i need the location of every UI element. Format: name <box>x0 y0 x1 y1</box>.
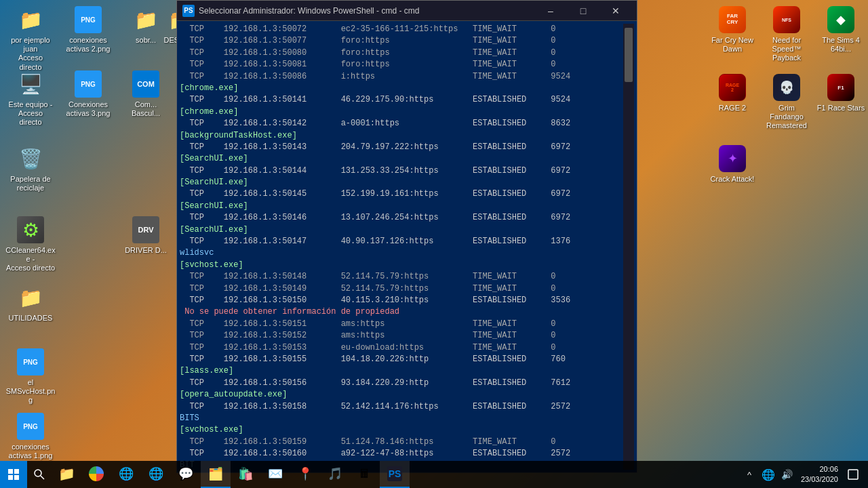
ps-output-line: [svchost.exe] <box>180 424 623 436</box>
icon-label: Papelera dereciclaje <box>10 175 50 192</box>
ps-output-line: TCP 192.168.1.3:50145 152.199.19.161:htt… <box>180 188 623 200</box>
icon-label: Com...Bascul... <box>132 100 160 118</box>
ps-output-line: TCP 192.168.1.3:50156 93.184.220.29:http… <box>180 378 623 389</box>
ps-text-area[interactable]: TCP 192.168.1.3:50072 ec2-35-166-111-215… <box>180 24 623 470</box>
desktop-icon[interactable]: PNG Conexionesactivas 3.png <box>61 68 115 121</box>
minimize-button[interactable]: – <box>535 1 566 21</box>
folder-icon: 📁 <box>17 284 44 311</box>
ps-title: Seleccionar Administrador: Windows Power… <box>199 6 535 16</box>
ps-scrollbar-thumb[interactable] <box>625 28 633 82</box>
taskbar-chrome[interactable] <box>81 461 111 488</box>
svg-rect-2 <box>8 475 13 480</box>
desktop-icon[interactable]: DRV DRIVER D... <box>119 214 173 258</box>
desktop-icon[interactable]: 📁 por ejemplo juanAcceso directo <box>3 3 58 75</box>
ps-output-line: [SearchUI.exe] <box>180 224 623 236</box>
ps-icon: PS <box>182 5 195 17</box>
desktop-icon[interactable]: ◆ The Sims 4 64bi... <box>814 3 868 56</box>
icon-label: F1 Race Stars <box>817 104 865 113</box>
close-button[interactable]: ✕ <box>600 1 631 21</box>
icon-label: The Sims 4 64bi... <box>816 36 865 54</box>
network-icon[interactable]: 🌐 <box>760 461 776 488</box>
ps-output-line: TCP 192.168.1.3:50142 a-0001:https ESTAB… <box>180 118 623 129</box>
desktop-icon[interactable]: PNG elSMSvcHost.png <box>3 346 58 408</box>
ps-output-line: TCP 192.168.1.3:50080 foro:https TIME_WA… <box>180 47 623 59</box>
png-icon: PNG <box>17 413 44 440</box>
desktop-icon[interactable]: FARCRY Far Cry NewDawn <box>705 3 760 56</box>
rage2-icon: RAGE2 <box>719 74 746 101</box>
ps-scrollbar[interactable] <box>623 24 634 470</box>
icon-label: Crack Attack! <box>711 175 755 184</box>
desktop-icon[interactable]: ✦ Crack Attack! <box>705 142 760 186</box>
file-icon: COM <box>132 70 159 98</box>
taskbar-calc[interactable]: 🖩 <box>350 461 380 488</box>
ps-output-line: TCP 192.168.1.3:50153 eu-download:https … <box>180 342 623 354</box>
desktop-icon[interactable]: 🗑️ Papelera dereciclaje <box>3 142 58 195</box>
grim-icon: 💀 <box>773 74 800 101</box>
ps-output-line: TCP 192.168.1.3:50149 52.114.75.79:https… <box>180 283 623 295</box>
desktop-icon[interactable]: 💀 Grim FandangoRemastered <box>760 71 814 134</box>
icon-label: DRIVER D... <box>125 246 167 255</box>
icon-label: UTILIDADES <box>9 314 53 323</box>
taskbar-store[interactable]: 🛍️ <box>231 461 260 488</box>
time-display: 20:06 <box>819 464 838 474</box>
maximize-button[interactable]: □ <box>568 1 599 21</box>
tray-arrow[interactable]: ^ <box>741 461 757 488</box>
taskbar-maps[interactable]: 📍 <box>290 461 320 488</box>
taskbar-mail[interactable]: ✉️ <box>260 461 290 488</box>
taskbar-edge[interactable]: 🌐 <box>111 461 141 488</box>
sims-icon: ◆ <box>827 6 854 33</box>
svg-rect-0 <box>8 469 13 474</box>
taskbar-powershell[interactable]: PS <box>380 461 410 488</box>
png-icon: PNG <box>17 348 44 375</box>
desktop-icon[interactable]: 📁 UTILIDADES <box>3 281 58 325</box>
icon-label: por ejemplo juanAcceso directo <box>6 36 55 72</box>
icon-label: Conexionesactivas 3.png <box>66 100 111 118</box>
desktop-icon[interactable]: RAGE2 RAGE 2 <box>705 71 760 115</box>
search-button[interactable] <box>27 461 52 488</box>
ps-output-line: TCP 192.168.1.3:50160 a92-122-47-88:http… <box>180 448 623 460</box>
file-icon: DRV <box>132 216 159 243</box>
taskbar-media[interactable]: 🎵 <box>320 461 350 488</box>
recycle-icon: 🗑️ <box>17 145 44 172</box>
volume-icon[interactable]: 🔊 <box>779 461 795 488</box>
ps-output-line: TCP 192.168.1.3:50141 46.229.175.90:http… <box>180 94 623 106</box>
desktop-icon[interactable]: F1 F1 Race Stars <box>814 71 868 115</box>
ps-output-line: wlidsvc <box>180 247 623 259</box>
ps-content: TCP 192.168.1.3:50072 ec2-35-166-111-215… <box>177 21 637 472</box>
taskbar-file-explorer[interactable]: 📁 <box>52 461 81 488</box>
desktop-icon[interactable]: 🖥️ Este equipo -Acceso directo <box>3 68 58 130</box>
ps-output-line: TCP 192.168.1.3:50150 40.115.3.210:https… <box>180 295 623 306</box>
svg-rect-1 <box>14 469 19 474</box>
icon-label: conexionesactivas 2.png <box>66 36 111 54</box>
icon-label: RAGE 2 <box>719 104 746 113</box>
start-button[interactable] <box>0 461 27 488</box>
ps-output-line: TCP 192.168.1.3:50077 foro:https TIME_WA… <box>180 35 623 47</box>
exe-icon: ⚙ <box>17 216 44 243</box>
taskbar-clock[interactable]: 20:06 23/03/2020 <box>801 464 838 485</box>
png-icon: PNG <box>75 70 102 98</box>
ps-output-line: TCP 192.168.1.3:50155 104.18.20.226:http… <box>180 354 623 365</box>
desktop-icon[interactable]: PNG conexionesactivas 1.png <box>3 410 58 463</box>
desktop-icon[interactable]: NFS Need forSpeed™ Payback <box>760 3 814 66</box>
taskbar-ie[interactable]: 🌐 <box>141 461 171 488</box>
ps-output-line: No se puede obtener información de propi… <box>180 306 623 318</box>
svg-line-5 <box>41 476 44 479</box>
icon-label: Need forSpeed™ Payback <box>762 36 811 63</box>
date-display: 23/03/2020 <box>801 474 838 485</box>
taskbar-whatsapp[interactable]: 💬 <box>171 461 201 488</box>
desktop-icon[interactable]: PNG conexionesactivas 2.png <box>61 3 115 56</box>
taskbar-file-manager[interactable]: 🗂️ <box>201 461 231 488</box>
desktop-icon[interactable]: ⚙ CCleaner64.exe -Acceso directo <box>3 214 58 276</box>
taskbar-right: ^ 🌐 🔊 20:06 23/03/2020 <box>736 461 868 488</box>
ps-output-line: TCP 192.168.1.3:50081 foro:https TIME_WA… <box>180 59 623 70</box>
ps-output-line: TCP 192.168.1.3:50143 204.79.197.222:htt… <box>180 142 623 153</box>
notification-button[interactable] <box>844 461 863 488</box>
desktop-icon[interactable]: COM Com...Bascul... <box>119 68 173 121</box>
ps-output-line: BITS <box>180 413 623 424</box>
notification-icon <box>848 469 859 480</box>
ps-output-line: TCP 192.168.1.3:50146 13.107.246.254:htt… <box>180 212 623 224</box>
ps-output-line: TCP 192.168.1.3:50148 52.114.75.79:https… <box>180 271 623 283</box>
icon-label: elSMSvcHost.png <box>5 378 56 405</box>
f1-icon: F1 <box>827 74 854 101</box>
nfs-icon: NFS <box>773 6 800 33</box>
